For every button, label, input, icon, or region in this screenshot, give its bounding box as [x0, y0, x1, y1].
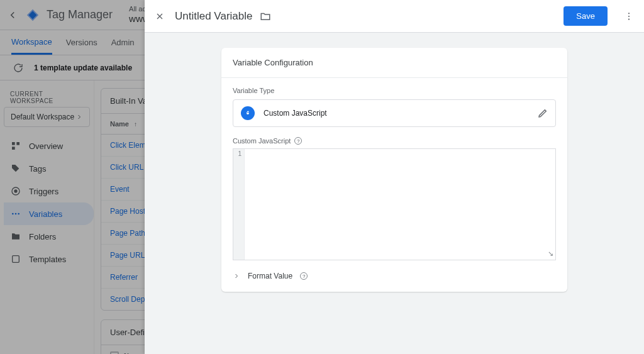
edit-icon[interactable]: [538, 108, 548, 118]
format-value-toggle[interactable]: Format Value ?: [221, 263, 567, 292]
variable-type-label: Variable Type: [233, 87, 556, 94]
code-editor[interactable]: 1 ↘: [233, 148, 556, 260]
custom-js-icon: [241, 106, 255, 120]
help-icon[interactable]: ?: [300, 272, 308, 280]
close-icon[interactable]: [152, 9, 167, 24]
save-button[interactable]: Save: [564, 6, 608, 26]
help-icon[interactable]: ?: [294, 137, 302, 145]
custom-js-label: Custom JavaScript ?: [221, 137, 567, 145]
folder-icon[interactable]: [260, 11, 271, 22]
chevron-right-icon: [233, 272, 240, 280]
variable-type-row[interactable]: Custom JavaScript: [233, 99, 556, 127]
format-value-label: Format Value: [248, 272, 292, 280]
svg-point-12: [628, 15, 630, 16]
more-menu-icon[interactable]: [621, 9, 636, 24]
svg-point-13: [628, 18, 630, 19]
panel-title[interactable]: Untitled Variable: [175, 10, 252, 23]
code-textarea[interactable]: [245, 149, 555, 260]
panel-body: Variable Configuration Variable Type Cus…: [145, 33, 644, 354]
variable-type-name: Custom JavaScript: [264, 109, 529, 118]
config-section-title: Variable Configuration: [221, 48, 567, 78]
variable-editor-panel: Untitled Variable Save Variable Configur…: [145, 0, 644, 354]
variable-config-card: Variable Configuration Variable Type Cus…: [221, 48, 567, 292]
svg-point-11: [628, 13, 630, 14]
line-number: 1: [238, 150, 242, 157]
custom-js-label-text: Custom JavaScript: [233, 137, 291, 145]
panel-header: Untitled Variable Save: [145, 0, 644, 33]
